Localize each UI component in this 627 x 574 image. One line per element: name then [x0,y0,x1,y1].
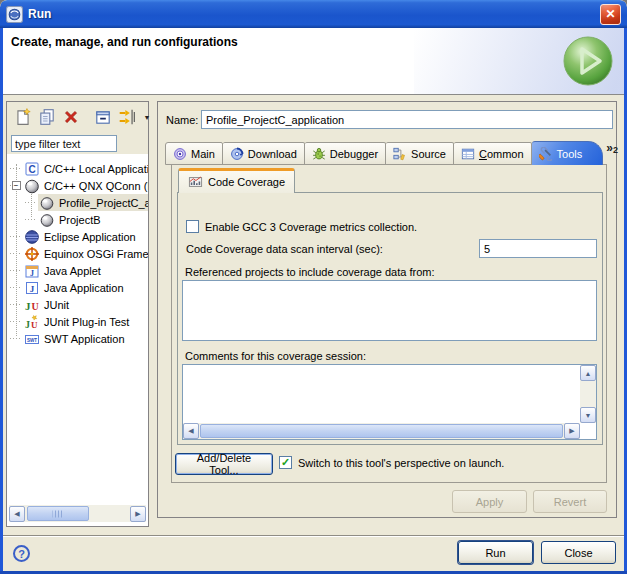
tree-item-c-c-local-application[interactable]: CC/C++ Local Application [7,160,148,177]
comments-label: Comments for this coverage session: [185,350,366,362]
common-tab-icon [461,147,475,161]
tab-source[interactable]: Source [386,142,454,165]
source-tab-icon [393,147,407,161]
scan-interval-input[interactable] [479,239,597,258]
arrow-right-icon: ▶ [135,510,140,518]
chevron-double-icon: » [606,143,613,153]
referenced-projects-list[interactable] [182,280,597,341]
referenced-projects-label: Referenced projects to include coverage … [185,266,434,278]
tab-code-coverage[interactable]: Code Coverage [178,168,295,193]
view-menu-button[interactable]: ▼ [141,107,153,127]
tree-item-junit[interactable]: JUJUnit [7,296,148,313]
delete-configuration-button[interactable] [61,107,81,127]
tree-item-projectb[interactable]: ProjectB [7,211,148,228]
add-delete-tool-button[interactable]: Add/Delete Tool... [175,453,273,475]
enable-coverage-checkbox[interactable] [186,220,199,233]
tree-item-profile-projectc-application[interactable]: Profile_ProjectC_application [7,194,148,211]
enable-coverage-row: Enable GCC 3 Coverage metrics collection… [186,220,417,233]
scroll-left-button[interactable]: ◀ [183,423,199,439]
tab-tools[interactable]: Tools [532,141,604,165]
comments-vertical-scrollbar[interactable]: ▲ ▼ [580,365,596,423]
scrollbar-thumb[interactable] [200,424,563,438]
close-window-button[interactable]: ✕ [600,4,621,25]
tree-item-java-applet[interactable]: JJava Applet [7,262,148,279]
arrow-up-icon: ▲ [585,370,592,377]
svg-text:C: C [28,164,35,175]
duplicate-configuration-button[interactable] [37,107,57,127]
tree-item-content[interactable]: ProjectB [38,211,104,228]
svg-text:U: U [31,319,38,329]
tree-item-swt-application[interactable]: SWTSWT Application [7,330,148,347]
name-label: Name: [166,114,198,126]
tree-item-content[interactable]: Equinox OSGi Framework [23,245,148,262]
tab-download[interactable]: Download [223,142,305,165]
tree-expander[interactable]: − [9,177,23,194]
title-bar[interactable]: Run ✕ [0,0,627,28]
tree-item-equinox-osgi-framework[interactable]: Equinox OSGi Framework [7,245,148,262]
code-coverage-panel: Enable GCC 3 Coverage metrics collection… [177,192,603,445]
run-dialog: Run ✕ Create, manage, and run configurat… [0,0,627,574]
scroll-right-button[interactable]: ▶ [564,423,580,439]
new-configuration-button[interactable] [13,107,33,127]
tree-item-content[interactable]: Eclipse Application [23,228,139,245]
thumb-grip [53,510,64,517]
scroll-left-button[interactable]: ◀ [9,506,25,522]
comments-box: ▲ ▼ ◀ ▶ [182,364,597,440]
collapse-expander-icon[interactable]: − [12,181,21,190]
tab-label: Debugger [330,148,378,160]
java-application-icon: J [24,280,40,296]
filter-configurations-button[interactable] [117,107,137,127]
tab-overflow-count: 2 [613,143,618,157]
tree-item-content[interactable]: Profile_ProjectC_application [38,194,148,211]
tree-horizontal-scrollbar[interactable]: ◀ ▶ [9,505,146,522]
tree-item-label: Eclipse Application [44,231,136,243]
delete-configuration-icon [62,108,80,126]
svg-text:SWT: SWT [27,337,37,342]
filter-input[interactable] [11,135,117,152]
main-tab-icon [173,147,187,161]
scrollbar-thumb[interactable] [27,506,89,521]
tab-debugger[interactable]: Debugger [305,142,386,165]
scroll-right-button[interactable]: ▶ [130,506,146,522]
tree-item-content[interactable]: JJava Applet [23,262,104,279]
comments-horizontal-scrollbar[interactable]: ◀ ▶ [183,423,580,439]
close-button[interactable]: Close [541,541,616,564]
tree-item-label: C/C++ QNX QConn (IP) [44,180,148,192]
tab-common[interactable]: Common [454,142,532,165]
tree-item-label: Profile_ProjectC_application [59,197,148,209]
filter-configurations-icon [118,108,136,126]
tree-item-label: Equinox OSGi Framework [44,248,148,260]
revert-button[interactable]: Revert [533,490,607,513]
comments-textarea[interactable] [183,365,579,422]
configuration-detail-panel: Name: MainDownloadDebuggerSourceCommonTo… [157,101,617,518]
tree-item-content[interactable]: SWTSWT Application [23,330,128,347]
tab-main[interactable]: Main [165,142,223,165]
tree-item-eclipse-application[interactable]: Eclipse Application [7,228,148,245]
tab-overflow-chevron[interactable]: »2 [606,143,618,163]
arrow-right-icon: ▶ [569,427,574,435]
tree-connector [9,160,23,177]
tree-connector [9,228,23,245]
debugger-tab-icon [312,147,326,161]
tree-item-label: SWT Application [44,333,125,345]
tree-item-content[interactable]: JUJUnit [23,296,72,313]
tab-label: Source [411,148,446,160]
tree-item-label: JUnit Plug-in Test [44,316,129,328]
collapse-all-button[interactable] [93,107,113,127]
configuration-name-input[interactable] [201,110,613,129]
run-button[interactable]: Run [458,541,533,564]
tree-item-content[interactable]: CC/C++ Local Application [23,160,148,177]
tree-item-content[interactable]: C/C++ QNX QConn (IP) [23,177,148,194]
apply-button[interactable]: Apply [452,490,527,513]
tree-item-junit-plug-in-test[interactable]: JUJUnit Plug-in Test [7,313,148,330]
switch-perspective-checkbox[interactable]: ✓ [279,456,292,469]
tree-item-content[interactable]: JJava Application [23,279,127,296]
scroll-up-button[interactable]: ▲ [580,365,596,381]
help-button[interactable]: ? [13,545,30,562]
tree-item-content[interactable]: JUJUnit Plug-in Test [23,313,132,330]
scroll-down-button[interactable]: ▼ [580,407,596,423]
view-menu-icon: ▼ [142,114,152,121]
tree-item-c-c-qnx-qconn-ip-[interactable]: −C/C++ QNX QConn (IP) [7,177,148,194]
configurations-toolbar: ▼ [7,102,148,132]
tree-item-java-application[interactable]: JJava Application [7,279,148,296]
